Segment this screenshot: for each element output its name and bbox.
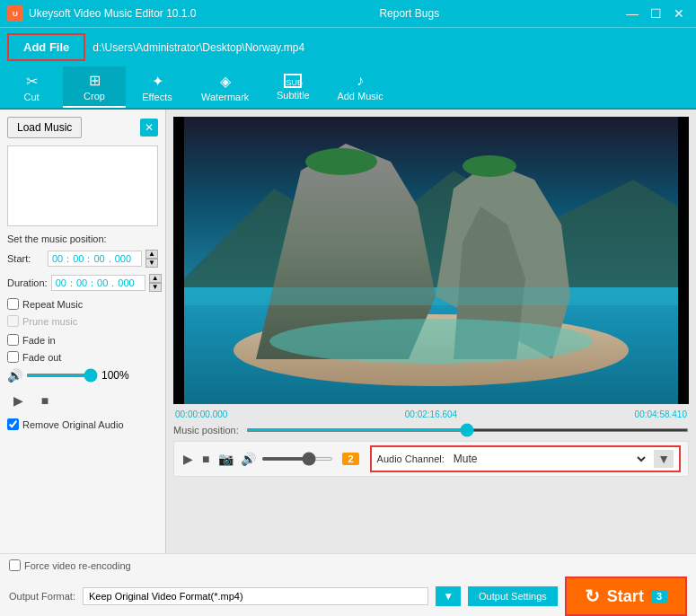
- volume-slider[interactable]: [26, 374, 98, 377]
- tab-watermark[interactable]: ◈ Watermark: [189, 66, 261, 108]
- restore-button[interactable]: ☐: [646, 4, 665, 22]
- svg-point-9: [463, 155, 516, 177]
- svg-point-8: [305, 148, 377, 175]
- window-controls: — ☐ ✕: [622, 4, 689, 22]
- play-controls: ▶ ■: [7, 390, 158, 411]
- playback-screenshot-button[interactable]: 📷: [216, 450, 235, 468]
- report-bugs-link[interactable]: Report Bugs: [379, 7, 439, 20]
- duration-spin: ▲ ▼: [149, 274, 162, 292]
- video-frame: [173, 117, 689, 404]
- playback-number-badge: 2: [342, 453, 358, 465]
- playback-row: ▶ ■ 📷 🔊 2 Audio Channel: Mute Stereo Mon…: [173, 441, 689, 477]
- music-position-slider[interactable]: [246, 428, 689, 432]
- file-path: d:\Users\Administrator\Desktop\Norway.mp…: [93, 41, 689, 54]
- toolbar-file: Add File d:\Users\Administrator\Desktop\…: [0, 27, 696, 66]
- tab-cut[interactable]: ✂ Cut: [0, 66, 63, 108]
- duration-input[interactable]: [51, 275, 145, 291]
- force-reencode-label: Force video re-encoding: [24, 560, 131, 571]
- fade-in-row: Fade in: [7, 334, 158, 346]
- tab-cut-label: Cut: [23, 92, 39, 102]
- output-format-dropdown-button[interactable]: ▼: [436, 586, 461, 606]
- set-position-label: Set the music position:: [7, 233, 158, 244]
- remove-audio-label: Remove Original Audio: [22, 419, 124, 430]
- bottom-format-row: Output Format: ▼ Output Settings ↻ Start…: [9, 576, 687, 616]
- tab-crop[interactable]: ⊞ Crop: [63, 66, 126, 108]
- fade-out-label: Fade out: [22, 352, 61, 363]
- time-start: 00:00:00.000: [175, 409, 227, 419]
- start-number-badge: 3: [651, 590, 667, 603]
- music-position-row: Music position:: [173, 425, 689, 436]
- tab-effects-label: Effects: [142, 92, 172, 102]
- crop-icon: ⊞: [89, 72, 101, 89]
- repeat-music-checkbox[interactable]: [7, 298, 19, 310]
- playback-play-button[interactable]: ▶: [181, 450, 195, 468]
- load-music-button[interactable]: Load Music: [7, 117, 82, 138]
- start-spin: ▲ ▼: [145, 250, 158, 268]
- music-list: [7, 145, 158, 226]
- remove-audio-row: Remove Original Audio: [7, 418, 158, 430]
- duration-down[interactable]: ▼: [149, 283, 162, 292]
- remove-audio-checkbox[interactable]: [7, 418, 19, 430]
- repeat-music-row: Repeat Music: [7, 298, 158, 310]
- fade-in-label: Fade in: [22, 335, 56, 346]
- tab-subtitle[interactable]: SUB Subtitle: [261, 66, 324, 108]
- play-button[interactable]: ▶: [7, 390, 29, 411]
- fade-out-row: Fade out: [7, 351, 158, 363]
- minimize-button[interactable]: —: [622, 4, 642, 22]
- svg-rect-11: [184, 287, 678, 305]
- start-input[interactable]: [48, 251, 142, 267]
- right-panel: 00:00:00.000 00:02:16.604 00:04:58.410 M…: [166, 110, 696, 553]
- duration-label: Duration:: [7, 277, 48, 288]
- fade-in-checkbox[interactable]: [7, 334, 19, 346]
- start-label: Start:: [7, 253, 44, 264]
- force-reencode-row: Force video re-encoding: [9, 559, 687, 571]
- duration-up[interactable]: ▲: [149, 274, 162, 283]
- force-reencode-checkbox[interactable]: [9, 559, 21, 571]
- close-button[interactable]: ✕: [669, 4, 689, 22]
- tab-effects[interactable]: ✦ Effects: [126, 66, 189, 108]
- timeline-labels: 00:00:00.000 00:02:16.604 00:04:58.410: [173, 409, 689, 419]
- repeat-music-label: Repeat Music: [22, 299, 83, 310]
- nav-tabs: ✂ Cut ⊞ Crop ✦ Effects ◈ Watermark SUB S…: [0, 66, 696, 110]
- volume-icon: 🔊: [7, 368, 22, 383]
- start-refresh-icon: ↻: [585, 585, 600, 607]
- watermark-icon: ◈: [220, 73, 231, 90]
- playback-stop-button[interactable]: ■: [200, 450, 211, 468]
- audio-channel-box: Audio Channel: Mute Stereo Mono ▼: [370, 445, 681, 472]
- start-label: Start: [607, 587, 644, 606]
- fade-out-checkbox[interactable]: [7, 351, 19, 363]
- start-up[interactable]: ▲: [145, 250, 158, 259]
- stop-button[interactable]: ■: [34, 390, 56, 411]
- prune-music-row: Prune music: [7, 315, 158, 327]
- title-bar-left: U Ukeysoft Video Music Editor 10.1.0: [7, 5, 197, 22]
- volume-speaker-icon: 🔊: [241, 452, 256, 466]
- output-format-input[interactable]: [83, 587, 428, 605]
- start-row: Start: ▲ ▼: [7, 250, 158, 268]
- svg-point-10: [269, 319, 593, 364]
- duration-row: Duration: ▲ ▼: [7, 274, 158, 292]
- video-preview: [173, 117, 689, 404]
- volume-row: 🔊 100%: [7, 368, 158, 383]
- tab-subtitle-label: Subtitle: [277, 90, 310, 101]
- output-settings-button[interactable]: Output Settings: [468, 586, 558, 606]
- close-music-button[interactable]: ✕: [140, 119, 158, 136]
- start-down[interactable]: ▼: [145, 259, 158, 268]
- app-icon: U: [7, 5, 23, 22]
- music-position-label: Music position:: [173, 425, 239, 436]
- effects-icon: ✦: [152, 73, 163, 90]
- volume-percent: 100%: [101, 369, 129, 382]
- tab-add-music[interactable]: ♪ Add Music: [324, 66, 395, 108]
- subtitle-icon: SUB: [284, 74, 302, 88]
- load-music-row: Load Music ✕: [7, 117, 158, 138]
- time-end: 00:04:58.410: [635, 409, 687, 419]
- add-file-button[interactable]: Add File: [7, 33, 85, 61]
- audio-channel-dropdown-arrow[interactable]: ▼: [654, 450, 674, 468]
- playback-volume-slider[interactable]: [261, 457, 333, 461]
- prune-music-checkbox: [7, 315, 19, 327]
- app-title: Ukeysoft Video Music Editor 10.1.0: [29, 7, 197, 20]
- tab-add-music-label: Add Music: [337, 91, 383, 101]
- audio-channel-select[interactable]: Mute Stereo Mono: [450, 452, 648, 466]
- output-format-label: Output Format:: [9, 591, 75, 602]
- tab-watermark-label: Watermark: [201, 92, 249, 102]
- start-button[interactable]: ↻ Start 3: [565, 576, 687, 616]
